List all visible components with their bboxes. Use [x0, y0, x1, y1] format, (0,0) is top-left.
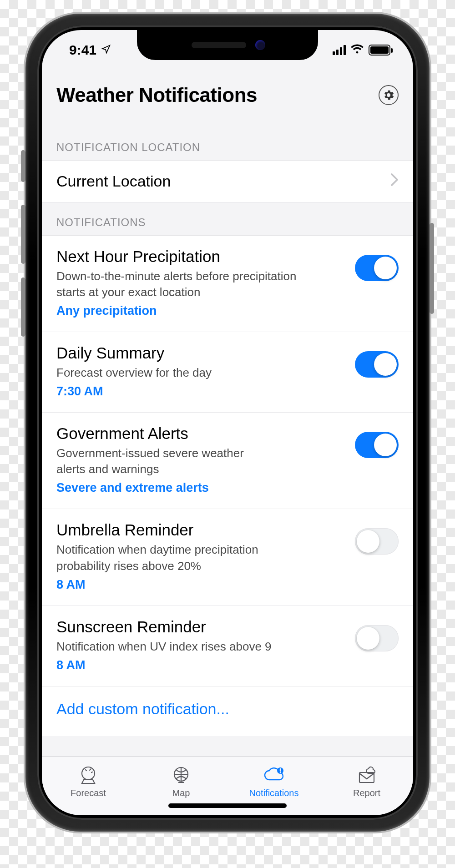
phone-frame: 9:41 Weather Notifications — [25, 14, 430, 832]
toggle-sunscreen-reminder[interactable] — [355, 625, 399, 651]
screen: 9:41 Weather Notifications — [42, 30, 413, 815]
volume-up-button — [21, 205, 25, 264]
cell-desc: Forecast overview for the day — [56, 365, 311, 381]
gear-icon — [382, 89, 395, 101]
notification-umbrella-reminder[interactable]: Umbrella Reminder Notification when dayt… — [42, 509, 413, 606]
page-header: Weather Notifications — [42, 70, 413, 127]
crystal-ball-icon — [77, 765, 100, 785]
add-custom-notification[interactable]: Add custom notification... — [42, 686, 413, 736]
home-indicator[interactable] — [168, 803, 287, 808]
tab-label: Report — [353, 788, 380, 798]
notification-daily-summary[interactable]: Daily Summary Forecast overview for the … — [42, 332, 413, 413]
cell-meta[interactable]: 7:30 AM — [56, 384, 346, 399]
tab-forecast[interactable]: Forecast — [42, 757, 135, 807]
tab-label: Forecast — [71, 788, 106, 798]
cell-title: Daily Summary — [56, 344, 346, 362]
wifi-icon — [350, 42, 364, 58]
cell-title: Next Hour Precipitation — [56, 247, 346, 266]
cell-meta[interactable]: Severe and extreme alerts — [56, 481, 346, 495]
cell-desc: Government-issued severe weather alerts … — [56, 445, 266, 477]
envelope-cloud-icon — [355, 765, 378, 785]
section-label-notifications: NOTIFICATIONS — [42, 202, 413, 235]
cell-meta[interactable]: 8 AM — [56, 578, 346, 592]
notification-sunscreen-reminder[interactable]: Sunscreen Reminder Notification when UV … — [42, 606, 413, 686]
section-label-location: NOTIFICATION LOCATION — [42, 127, 413, 160]
mute-switch — [21, 150, 25, 182]
tab-label: Map — [172, 788, 190, 798]
chevron-right-icon — [390, 172, 399, 190]
page-title: Weather Notifications — [56, 84, 257, 106]
cell-title: Umbrella Reminder — [56, 521, 346, 539]
current-location-label: Current Location — [56, 172, 171, 190]
cell-title: Government Alerts — [56, 424, 346, 443]
svg-rect-3 — [359, 772, 374, 782]
location-arrow-icon — [101, 43, 111, 57]
cloud-alert-icon — [263, 765, 285, 785]
cell-desc: Down-to-the-minute alerts before precipi… — [56, 268, 311, 300]
current-location-row[interactable]: Current Location — [42, 160, 413, 202]
toggle-government-alerts[interactable] — [355, 432, 399, 458]
toggle-next-hour-precipitation[interactable] — [355, 255, 399, 281]
cell-desc: Notification when daytime precipitation … — [56, 542, 311, 574]
tab-label: Notifications — [249, 788, 299, 798]
battery-icon — [369, 45, 390, 56]
status-time: 9:41 — [69, 42, 96, 58]
cell-title: Sunscreen Reminder — [56, 618, 346, 636]
cell-desc: Notification when UV index rises above 9 — [56, 639, 311, 655]
notch — [137, 30, 318, 60]
tab-map[interactable]: Map — [135, 757, 228, 807]
notification-government-alerts[interactable]: Government Alerts Government-issued seve… — [42, 413, 413, 509]
cell-meta[interactable]: 8 AM — [56, 658, 346, 672]
globe-icon — [170, 765, 192, 785]
volume-down-button — [21, 278, 25, 337]
cell-meta[interactable]: Any precipitation — [56, 304, 346, 318]
toggle-daily-summary[interactable] — [355, 351, 399, 378]
cellular-signal-icon — [333, 45, 346, 55]
tab-report[interactable]: Report — [320, 757, 413, 807]
settings-button[interactable] — [379, 85, 399, 105]
side-button — [430, 223, 434, 314]
tab-notifications[interactable]: Notifications — [228, 757, 320, 807]
toggle-umbrella-reminder[interactable] — [355, 528, 399, 555]
svg-point-0 — [82, 767, 95, 780]
notification-next-hour-precipitation[interactable]: Next Hour Precipitation Down-to-the-minu… — [42, 236, 413, 332]
notifications-list: Next Hour Precipitation Down-to-the-minu… — [42, 235, 413, 736]
